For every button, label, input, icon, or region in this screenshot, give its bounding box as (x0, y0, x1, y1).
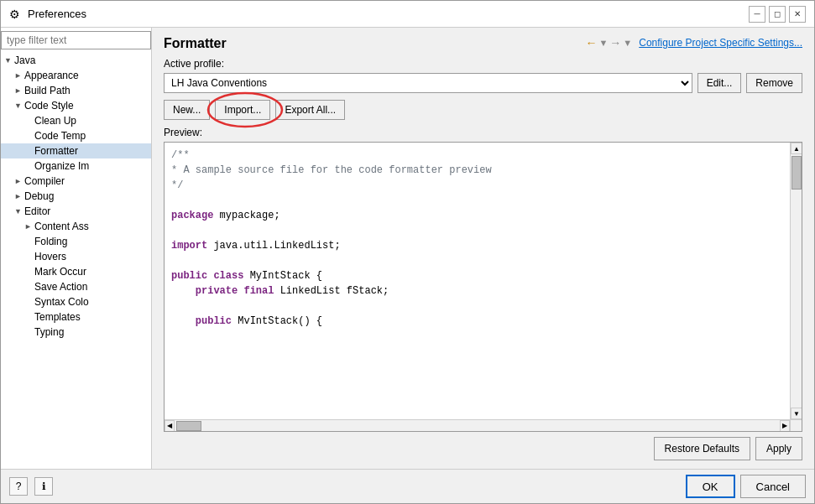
title-bar-left: ⚙ Preferences (9, 8, 86, 21)
formatter-title: Formatter (164, 36, 227, 50)
code-line-7: import java.util.LinkedList; (171, 238, 795, 253)
import-wrapper: Import... (215, 100, 270, 120)
horizontal-scrollbar[interactable]: ◀ ▶ (165, 419, 790, 431)
sidebar-item-syntax-color[interactable]: ► Syntax Colo (1, 294, 151, 309)
title-bar: ⚙ Preferences ─ ◻ ✕ (1, 1, 814, 28)
tree-arrow-build-path: ► (14, 86, 24, 95)
sidebar-item-build-path[interactable]: ► Build Path (1, 83, 151, 98)
sidebar-item-hovers[interactable]: ► Hovers (1, 249, 151, 264)
tree-arrow-compiler: ► (14, 177, 24, 185)
main-header: Formatter ← ▼ → ▼ Configure Project Spec… (164, 36, 802, 51)
sidebar-item-formatter[interactable]: ► Formatter (1, 143, 151, 158)
sidebar-item-content-ass[interactable]: ► Content Ass (1, 219, 151, 234)
tree-arrow-code-style: ▼ (14, 101, 24, 110)
code-preview[interactable]: /** * A sample source file for the code … (165, 143, 802, 431)
scroll-left-arrow[interactable]: ◀ (165, 420, 175, 432)
sidebar-label-debug: Debug (24, 190, 54, 202)
code-line-9: public class MyIntStack { (171, 268, 795, 283)
help-icon[interactable]: ? (9, 477, 28, 496)
sidebar-item-appearance[interactable]: ► Appearance (1, 68, 151, 83)
scrollbar-thumb[interactable] (791, 156, 802, 190)
close-button[interactable]: ✕ (789, 6, 806, 23)
export-all-button[interactable]: Export All... (275, 100, 345, 120)
sidebar-item-mark-occur[interactable]: ► Mark Occur (1, 264, 151, 279)
info-icon[interactable]: ℹ (34, 477, 53, 496)
sidebar-label-code-temp: Code Temp (34, 130, 86, 142)
sidebar-label-build-path: Build Path (24, 85, 71, 96)
action-row: New... Import... Export All... (164, 100, 802, 120)
profile-select[interactable]: LH Java Conventions (164, 73, 692, 93)
sidebar-item-debug[interactable]: ► Debug (1, 189, 151, 204)
sidebar-item-editor[interactable]: ▼ Editor (1, 204, 151, 219)
cancel-button[interactable]: Cancel (740, 475, 806, 498)
preferences-icon: ⚙ (9, 8, 23, 21)
scrollbar-h-thumb[interactable] (176, 421, 201, 431)
sidebar-item-code-temp[interactable]: ► Code Temp (1, 128, 151, 143)
sidebar-label-clean-up: Clean Up (34, 115, 76, 127)
scroll-up-arrow[interactable]: ▲ (791, 143, 802, 154)
sidebar-item-compiler[interactable]: ► Compiler (1, 174, 151, 189)
edit-button[interactable]: Edit... (697, 73, 742, 93)
code-line-12: public MvIntStack() { (171, 314, 795, 329)
sidebar-item-typing[interactable]: ► Typing (1, 325, 151, 340)
sidebar-label-compiler: Compiler (24, 175, 65, 187)
filter-input[interactable] (1, 31, 151, 49)
sidebar: ▼ Java ► Appearance ► Build Path ▼ Code … (1, 28, 152, 469)
section-title: Formatter (164, 36, 227, 51)
tree-arrow-java: ▼ (4, 56, 14, 65)
ok-button[interactable]: OK (686, 475, 735, 498)
scroll-corner (790, 419, 802, 431)
sidebar-item-templates[interactable]: ► Templates (1, 309, 151, 325)
nav-arrows: ← ▼ → ▼ (585, 36, 632, 49)
sidebar-item-code-style[interactable]: ▼ Code Style (1, 98, 151, 113)
tree-arrow-appearance: ► (14, 71, 24, 80)
apply-button[interactable]: Apply (755, 437, 802, 460)
remove-button[interactable]: Remove (746, 73, 802, 93)
scroll-right-arrow[interactable]: ▶ (780, 420, 790, 432)
restore-button[interactable]: ◻ (769, 6, 786, 23)
sidebar-label-formatter: Formatter (34, 145, 78, 157)
scroll-down-arrow[interactable]: ▼ (791, 408, 802, 419)
code-line-2: * A sample source file for the code form… (171, 163, 795, 178)
code-line-10: private final LinkedList fStack; (171, 283, 795, 299)
preview-label: Preview: (164, 127, 802, 138)
profile-row: LH Java Conventions Edit... Remove (164, 73, 802, 93)
tree-arrow-debug: ► (14, 192, 24, 200)
sidebar-item-java[interactable]: ▼ Java (1, 53, 151, 68)
dialog-title: Preferences (28, 8, 86, 20)
tree-arrow-content-ass: ► (24, 222, 34, 231)
code-line-5: package mypackage; (171, 208, 795, 223)
code-line-8 (171, 253, 795, 268)
preferences-dialog: ⚙ Preferences ─ ◻ ✕ ▼ Java ► Appearance … (0, 0, 815, 504)
code-line-6 (171, 223, 795, 238)
code-line-3: */ (171, 178, 795, 193)
restore-defaults-button[interactable]: Restore Defaults (654, 437, 750, 460)
sidebar-label-templates: Templates (34, 311, 81, 323)
config-project-link[interactable]: Configure Project Specific Settings... (639, 37, 802, 49)
sidebar-label-editor: Editor (24, 205, 50, 217)
sidebar-label-mark-occur: Mark Occur (34, 266, 86, 278)
minimize-button[interactable]: ─ (749, 6, 765, 23)
sidebar-label-appearance: Appearance (24, 70, 79, 81)
sidebar-item-organize-im[interactable]: ► Organize Im (1, 158, 151, 174)
import-button[interactable]: Import... (215, 100, 270, 120)
code-line-4 (171, 193, 795, 208)
window-controls: ─ ◻ ✕ (749, 6, 806, 23)
sidebar-item-clean-up[interactable]: ► Clean Up (1, 113, 151, 128)
header-right: ← ▼ → ▼ Configure Project Specific Setti… (585, 36, 802, 49)
forward-arrow-icon[interactable]: → (609, 36, 621, 49)
code-line-1: /** (171, 148, 795, 163)
dialog-footer: ? ℹ OK Cancel (1, 469, 814, 503)
sidebar-item-save-action[interactable]: ► Save Action (1, 279, 151, 294)
sidebar-label-syntax-color: Syntax Colo (34, 296, 89, 308)
sidebar-label-organize-im: Organize Im (34, 160, 89, 172)
sidebar-item-folding[interactable]: ► Folding (1, 234, 151, 249)
sidebar-label-java: Java (14, 55, 35, 66)
sidebar-label-folding: Folding (34, 236, 67, 247)
restore-apply-row: Restore Defaults Apply (164, 437, 802, 460)
new-button[interactable]: New... (164, 100, 210, 120)
vertical-scrollbar[interactable]: ▲ ▼ (790, 143, 802, 419)
active-profile-label: Active profile: (164, 58, 802, 70)
back-arrow-icon[interactable]: ← (585, 36, 597, 49)
tree-arrow-editor: ▼ (14, 207, 24, 216)
